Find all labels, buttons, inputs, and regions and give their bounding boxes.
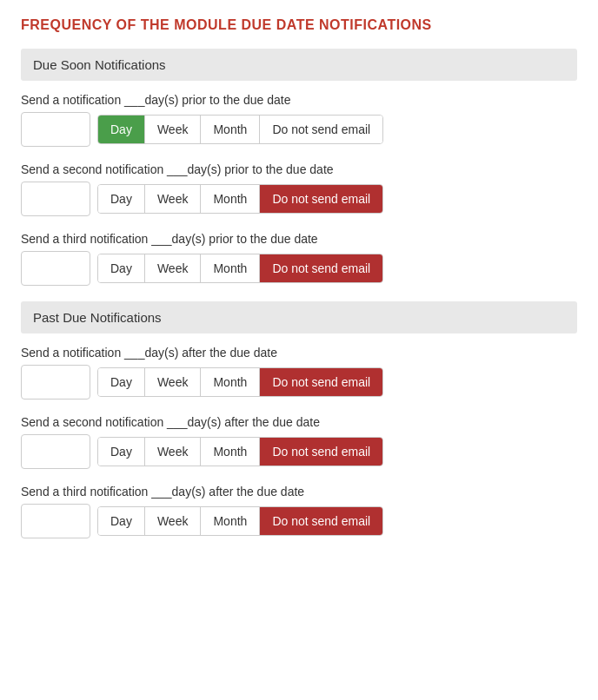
spinner-value-due-soon-1[interactable] — [22, 119, 90, 140]
controls-row-past-due-1: ▲▼DayWeekMonthDo not send email — [21, 365, 577, 400]
section-due-soon: Due Soon NotificationsSend a notificatio… — [21, 49, 577, 286]
controls-row-past-due-3: ▲▼DayWeekMonthDo not send email — [21, 504, 577, 538]
section-header-past-due: Past Due Notifications — [21, 301, 577, 333]
btn-option-due-soon-3-1[interactable]: Week — [145, 254, 202, 282]
btn-option-past-due-3-1[interactable]: Week — [145, 507, 202, 535]
controls-row-past-due-2: ▲▼DayWeekMonthDo not send email — [21, 434, 577, 469]
btn-option-past-due-1-1[interactable]: Week — [145, 368, 202, 396]
btn-option-due-soon-2-2[interactable]: Month — [201, 185, 260, 213]
spinner-value-past-due-2[interactable] — [22, 441, 90, 462]
btn-group-due-soon-1: DayWeekMonthDo not send email — [97, 115, 383, 144]
spinner-past-due-2[interactable]: ▲▼ — [21, 434, 90, 469]
spinner-due-soon-3[interactable]: ▲▼ — [21, 251, 90, 286]
btn-option-due-soon-3-3[interactable]: Do not send email — [260, 254, 382, 282]
btn-option-due-soon-2-0[interactable]: Day — [98, 185, 145, 213]
spinner-due-soon-2[interactable]: ▲▼ — [21, 182, 90, 216]
spinner-value-due-soon-3[interactable] — [22, 258, 90, 279]
btn-option-due-soon-2-3[interactable]: Do not send email — [260, 185, 382, 213]
btn-group-due-soon-3: DayWeekMonthDo not send email — [97, 254, 383, 283]
spinner-due-soon-1[interactable]: ▲▼ — [21, 112, 90, 147]
btn-option-due-soon-3-0[interactable]: Day — [98, 254, 145, 282]
btn-option-past-due-2-3[interactable]: Do not send email — [260, 438, 382, 466]
controls-row-due-soon-2: ▲▼DayWeekMonthDo not send email — [21, 182, 577, 216]
btn-option-past-due-2-0[interactable]: Day — [98, 438, 145, 466]
btn-option-due-soon-1-0[interactable]: Day — [98, 116, 145, 143]
spinner-value-past-due-1[interactable] — [22, 372, 90, 393]
spinner-past-due-1[interactable]: ▲▼ — [21, 365, 90, 400]
btn-group-past-due-3: DayWeekMonthDo not send email — [97, 506, 383, 536]
notification-label-due-soon-1: Send a notification ___day(s) prior to t… — [21, 93, 577, 107]
btn-option-past-due-3-2[interactable]: Month — [201, 507, 260, 535]
controls-row-due-soon-1: ▲▼DayWeekMonthDo not send email — [21, 112, 577, 147]
page-container: FREQUENCY OF THE MODULE DUE DATE NOTIFIC… — [21, 17, 577, 538]
btn-option-due-soon-1-2[interactable]: Month — [201, 116, 260, 143]
spinner-past-due-3[interactable]: ▲▼ — [21, 504, 90, 538]
controls-row-due-soon-3: ▲▼DayWeekMonthDo not send email — [21, 251, 577, 286]
btn-group-past-due-2: DayWeekMonthDo not send email — [97, 437, 383, 466]
section-past-due: Past Due NotificationsSend a notificatio… — [21, 301, 577, 538]
btn-option-past-due-1-0[interactable]: Day — [98, 368, 145, 396]
btn-option-past-due-3-3[interactable]: Do not send email — [260, 507, 382, 535]
spinner-value-past-due-3[interactable] — [22, 511, 90, 532]
btn-option-past-due-2-1[interactable]: Week — [145, 438, 202, 466]
btn-group-due-soon-2: DayWeekMonthDo not send email — [97, 184, 383, 214]
btn-option-past-due-1-3[interactable]: Do not send email — [260, 368, 382, 396]
btn-option-due-soon-3-2[interactable]: Month — [201, 254, 260, 282]
btn-option-past-due-2-2[interactable]: Month — [201, 438, 260, 466]
page-title: FREQUENCY OF THE MODULE DUE DATE NOTIFIC… — [21, 17, 577, 33]
btn-group-past-due-1: DayWeekMonthDo not send email — [97, 367, 383, 397]
notification-label-past-due-1: Send a notification ___day(s) after the … — [21, 346, 577, 360]
notification-label-due-soon-2: Send a second notification ___day(s) pri… — [21, 162, 577, 176]
btn-option-past-due-1-2[interactable]: Month — [201, 368, 260, 396]
btn-option-due-soon-1-1[interactable]: Week — [145, 116, 202, 143]
spinner-value-due-soon-2[interactable] — [22, 188, 90, 209]
notification-label-past-due-2: Send a second notification ___day(s) aft… — [21, 415, 577, 429]
btn-option-due-soon-2-1[interactable]: Week — [145, 185, 202, 213]
notification-label-due-soon-3: Send a third notification ___day(s) prio… — [21, 232, 577, 246]
section-header-due-soon: Due Soon Notifications — [21, 49, 577, 81]
btn-option-past-due-3-0[interactable]: Day — [98, 507, 145, 535]
notification-label-past-due-3: Send a third notification ___day(s) afte… — [21, 485, 577, 499]
btn-option-due-soon-1-3[interactable]: Do not send email — [260, 116, 382, 143]
